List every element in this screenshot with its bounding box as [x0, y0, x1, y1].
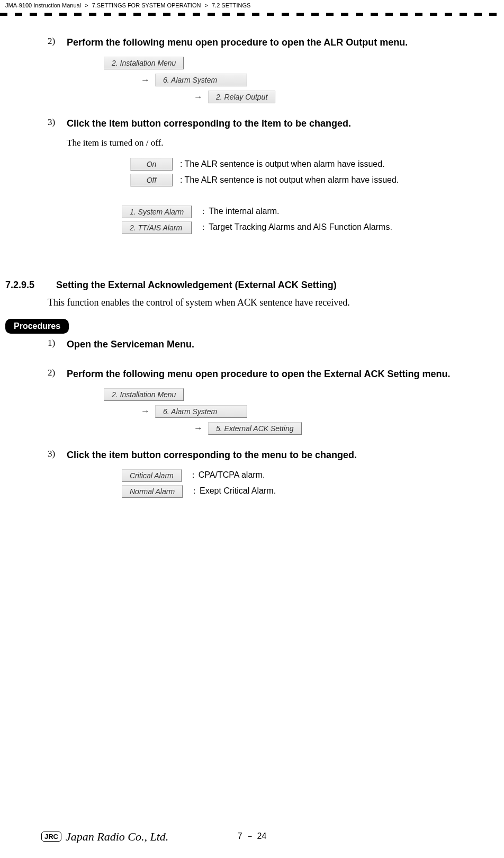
section-heading: 7.2.9.5 Setting the External Acknowledge… — [0, 280, 493, 291]
procedure-step-3: 3) Click the item button corresponding t… — [48, 448, 493, 524]
section-title: Setting the External Acknowledgement (Ex… — [56, 280, 337, 291]
step-number: 1) — [48, 337, 67, 359]
step-number: 2) — [48, 35, 67, 108]
step-title: Perform the following menu open procedur… — [67, 35, 493, 50]
arrow-icon: → — [194, 423, 203, 434]
menu-alarm-system-button[interactable]: 6. Alarm System — [155, 405, 247, 418]
arrow-icon: → — [194, 92, 203, 102]
step-number: 3) — [48, 116, 67, 261]
step-2: 2) Perform the following menu open proce… — [48, 35, 493, 108]
jrc-badge: JRC — [41, 832, 61, 842]
dashed-divider — [0, 13, 504, 16]
procedure-step-2: 2) Perform the following menu open proce… — [48, 367, 493, 439]
menu-installation-button[interactable]: 2. Installation Menu — [104, 57, 184, 69]
arrow-icon: → — [141, 406, 150, 417]
off-button[interactable]: Off — [130, 174, 173, 186]
menu-relay-output-button[interactable]: 2. Relay Output — [208, 91, 275, 103]
page-number: 7－24 — [238, 831, 267, 842]
breadcrumb-sep: > — [85, 2, 88, 8]
breadcrumb-manual: JMA-9100 Instruction Manual — [5, 2, 81, 8]
section-number: 7.2.9.5 — [5, 280, 56, 291]
on-description: : The ALR sentence is output when alarm … — [180, 159, 385, 169]
menu-external-ack-button[interactable]: 5. External ACK Setting — [208, 422, 302, 435]
menu-installation-button[interactable]: 2. Installation Menu — [104, 388, 184, 401]
step-title: Click the item button corresponding to t… — [67, 448, 493, 463]
section-description: This function enables the control of sys… — [48, 297, 493, 308]
step-title: Open the Serviceman Menu. — [67, 337, 493, 352]
procedures-label: Procedures — [5, 319, 69, 334]
procedure-step-1: 1) Open the Serviceman Menu. — [48, 337, 493, 359]
ttais-alarm-description: ：Target Tracking Alarms and AIS Function… — [199, 222, 392, 233]
breadcrumb-sep: > — [204, 2, 208, 8]
menu-alarm-system-button[interactable]: 6. Alarm System — [155, 74, 247, 86]
step-note: The item is turned on / off. — [67, 138, 493, 148]
step-number: 3) — [48, 448, 67, 524]
system-alarm-button[interactable]: 1. System Alarm — [122, 205, 192, 218]
breadcrumb-section: 7.2 SETTINGS — [212, 2, 250, 8]
arrow-icon: → — [141, 75, 150, 85]
on-button[interactable]: On — [130, 158, 173, 171]
step-number: 2) — [48, 367, 67, 439]
step-3: 3) Click the item button corresponding t… — [48, 116, 493, 261]
critical-alarm-description: ：CPA/TCPA alarm. — [189, 470, 265, 481]
breadcrumb: JMA-9100 Instruction Manual > 7.SETTINGS… — [0, 0, 504, 10]
critical-alarm-button[interactable]: Critical Alarm — [122, 469, 182, 482]
step-title: Click the item button corresponding to t… — [67, 116, 493, 131]
normal-alarm-description: ：Exept Critical Alarm. — [190, 486, 276, 497]
ttais-alarm-button[interactable]: 2. TT/AIS Alarm — [122, 221, 192, 234]
step-title: Perform the following menu open procedur… — [67, 367, 493, 382]
off-description: : The ALR sentence is not output when al… — [180, 175, 399, 185]
normal-alarm-button[interactable]: Normal Alarm — [122, 485, 183, 498]
footer: JRC Japan Radio Co., Ltd. 7－24 — [0, 831, 504, 842]
footer-logo: JRC Japan Radio Co., Ltd. — [41, 830, 168, 844]
breadcrumb-chapter: 7.SETTINGS FOR SYSTEM OPERATION — [92, 2, 201, 8]
company-name: Japan Radio Co., Ltd. — [66, 830, 168, 844]
system-alarm-description: ：The internal alarm. — [199, 206, 279, 217]
